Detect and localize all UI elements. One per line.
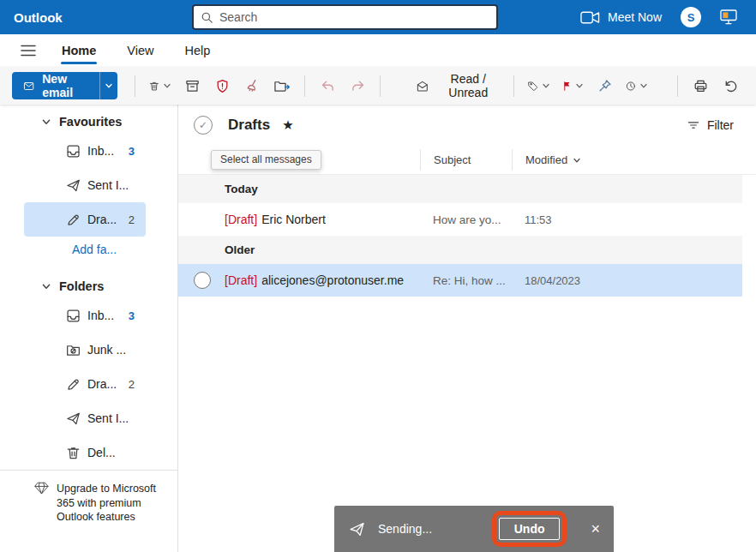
folder-label: Sent I... (87, 178, 129, 192)
message-subject: How are yo... (433, 203, 501, 236)
toolbar-divider (380, 75, 381, 97)
undo-command-button[interactable] (717, 72, 744, 99)
modified-column-label: Modified (525, 153, 567, 166)
meet-now-button[interactable]: Meet Now (580, 10, 662, 24)
new-email-dropdown[interactable] (99, 72, 118, 99)
mail-icon (23, 79, 34, 93)
printer-icon (693, 78, 709, 94)
ribbon-tabs: Home View Help (60, 34, 212, 67)
column-header-subject[interactable]: Subject (420, 149, 471, 171)
group-header-today[interactable]: Today (178, 175, 742, 203)
message-checkbox[interactable] (194, 272, 211, 289)
reply-button[interactable] (314, 72, 341, 99)
folder-label: Inb... (87, 144, 114, 158)
print-button[interactable] (687, 72, 714, 99)
new-email-button[interactable]: New email (12, 72, 117, 99)
search-input[interactable] (219, 10, 489, 24)
sidebar-item-inbox[interactable]: Inb... 3 (24, 298, 146, 333)
toolbar-divider (677, 75, 678, 97)
close-toast-button[interactable]: × (591, 521, 600, 537)
unread-count: 3 (129, 145, 135, 158)
folder-label: Junk ... (87, 343, 126, 357)
monitor-icon (720, 9, 737, 25)
tab-help[interactable]: Help (183, 34, 212, 67)
command-toolbar: New email (0, 67, 756, 105)
main-content: Favourites Inb... 3 Sent I... Dra... 2 A… (0, 105, 756, 552)
ribbon-tab-bar: Home View Help (0, 34, 756, 67)
search-bar[interactable] (192, 4, 498, 30)
open-envelope-icon (416, 78, 429, 94)
list-header: ✓ Drafts ★ Filter (178, 105, 756, 146)
draft-prefix: [Draft] (225, 273, 257, 287)
app-title: Outlook (14, 10, 63, 25)
sender-name: alicejones@protonuser.me (261, 273, 404, 287)
folder-label: Sent I... (87, 411, 129, 425)
sweep-button[interactable] (238, 72, 266, 99)
folders-title: Folders (59, 279, 104, 293)
select-all-checkbox[interactable]: ✓ (194, 116, 213, 135)
folders-section-header[interactable]: Folders (0, 262, 177, 298)
favourites-section-header[interactable]: Favourites (0, 105, 177, 134)
message-sender: [Draft] alicejones@protonuser.me (225, 264, 404, 297)
message-row[interactable]: [Draft] Eric Norbert How are yo... 11:53 (178, 203, 742, 236)
folder-sidebar: Favourites Inb... 3 Sent I... Dra... 2 A… (0, 105, 178, 552)
subject-column-label: Subject (434, 153, 471, 166)
premium-gem-icon (34, 482, 49, 495)
draft-prefix: [Draft] (225, 213, 257, 226)
snooze-button[interactable] (621, 72, 652, 99)
delete-button[interactable] (144, 72, 176, 99)
undo-button[interactable]: Undo (499, 518, 561, 540)
sent-icon (65, 177, 81, 194)
chevron-down-icon (575, 81, 584, 90)
sidebar-item-deleted[interactable]: Del... (24, 435, 146, 470)
sidebar-item-favourite-inbox[interactable]: Inb... 3 (24, 134, 146, 168)
item-count: 2 (129, 213, 135, 226)
pin-button[interactable] (591, 72, 618, 99)
message-sender: [Draft] Eric Norbert (225, 203, 326, 236)
chevron-down-icon (105, 81, 113, 90)
forward-icon (350, 78, 366, 94)
group-header-older[interactable]: Older (178, 236, 742, 264)
unread-count: 3 (129, 309, 135, 322)
flag-button[interactable] (557, 72, 589, 99)
check-icon: ✓ (199, 119, 207, 131)
categorize-button[interactable] (523, 72, 555, 99)
sidebar-item-favourite-drafts[interactable]: Dra... 2 (24, 202, 146, 237)
filter-label: Filter (707, 118, 734, 132)
filter-button[interactable]: Filter (687, 118, 734, 132)
apps-promo-button[interactable] (720, 9, 737, 25)
chevron-down-icon (41, 281, 51, 291)
message-subject: Re: Hi, how ... (433, 264, 506, 297)
column-header-modified[interactable]: Modified (512, 149, 581, 171)
search-icon (201, 11, 213, 24)
trash-icon (65, 445, 81, 461)
tab-home[interactable]: Home (60, 34, 98, 67)
sidebar-item-favourite-sent[interactable]: Sent I... (24, 168, 146, 202)
sidebar-item-drafts[interactable]: Dra... 2 (24, 367, 146, 401)
sidebar-item-junk[interactable]: Junk ... (24, 333, 146, 367)
hamburger-menu-button[interactable] (15, 34, 41, 67)
add-favourite-link[interactable]: Add fa... (72, 237, 177, 262)
drafts-pencil-icon (65, 376, 81, 393)
archive-button[interactable] (178, 72, 206, 99)
move-to-button[interactable] (268, 72, 296, 99)
favourites-title: Favourites (59, 115, 122, 129)
skype-button[interactable]: S (681, 7, 701, 27)
favourite-star-icon[interactable]: ★ (282, 117, 293, 133)
toolbar-divider (513, 75, 514, 97)
trash-icon (148, 78, 160, 94)
message-row-selected[interactable]: [Draft] alicejones@protonuser.me Re: Hi,… (178, 264, 742, 297)
new-email-main[interactable]: New email (12, 72, 99, 99)
forward-button[interactable] (344, 72, 371, 99)
filter-icon (687, 118, 700, 132)
upgrade-panel[interactable]: Upgrade to Microsoft 365 with premium Ou… (0, 470, 177, 552)
tab-view[interactable]: View (125, 34, 155, 67)
sidebar-item-sent[interactable]: Sent I... (24, 401, 146, 435)
read-unread-button[interactable]: Read / Unread (411, 72, 505, 99)
chevron-down-icon (542, 81, 550, 90)
report-button[interactable] (208, 72, 236, 99)
topbar-actions: Meet Now S (580, 7, 756, 27)
skype-icon: S (681, 7, 701, 27)
report-shield-icon (214, 78, 231, 94)
sender-name: Eric Norbert (261, 213, 326, 226)
